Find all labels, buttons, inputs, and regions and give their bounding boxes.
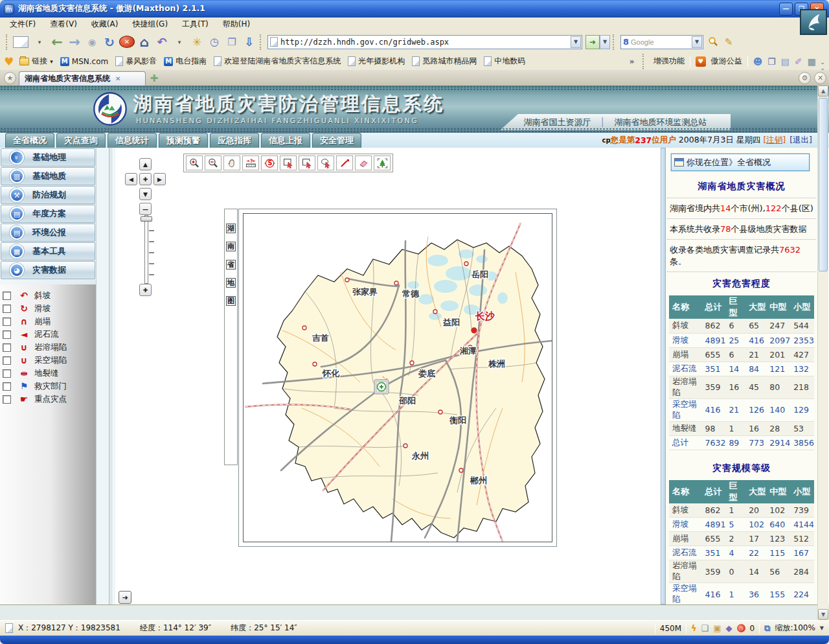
tab-close-icon[interactable]: ✕ bbox=[115, 75, 120, 82]
search-engine-dropdown-icon[interactable]: ▼ bbox=[692, 36, 702, 48]
map-layer-strip[interactable]: 湖南省地图 bbox=[224, 209, 238, 465]
zoom-in-step-button[interactable]: ✚ bbox=[139, 284, 152, 296]
download-icon[interactable]: ⇩ bbox=[242, 33, 257, 51]
forward-icon[interactable]: → bbox=[67, 33, 82, 51]
tab-active[interactable]: 湖南省地质灾害信息系统 ✕ bbox=[19, 71, 146, 86]
scroll-up-icon[interactable]: ▲ bbox=[818, 86, 828, 97]
layer-checkbox-5[interactable] bbox=[3, 356, 11, 365]
city-marker-6[interactable] bbox=[313, 362, 317, 366]
new-page-dropdown-icon[interactable]: ▾ bbox=[32, 33, 47, 51]
scrollbar-thumb[interactable] bbox=[819, 98, 828, 271]
go-button[interactable]: ➜ bbox=[585, 35, 600, 49]
city-marker-5[interactable] bbox=[302, 326, 306, 330]
menu-item-1[interactable]: 查看(V) bbox=[43, 17, 84, 31]
new-session-icon[interactable]: ▣ bbox=[713, 623, 721, 633]
toolbar-grip[interactable] bbox=[6, 34, 9, 50]
banner-link-1[interactable]: 湖南省地质环境监测总站 bbox=[614, 117, 707, 128]
inner-scrollbar[interactable] bbox=[661, 148, 666, 604]
search-input[interactable] bbox=[631, 38, 692, 46]
page-scrollbar[interactable]: ▲ ▼ bbox=[817, 86, 828, 620]
map-canvas[interactable]: 张家界常德岳阳益阳长沙吉首怀化娄底湘潭株洲邵阳衡阳永州郴州 bbox=[243, 213, 552, 542]
content-filter-icon[interactable]: ◆ bbox=[726, 623, 732, 633]
resize-page-icon[interactable]: ⧉ bbox=[764, 623, 770, 634]
banner-link-0[interactable]: 湖南省国土资源厅 bbox=[524, 117, 591, 128]
layer-checkbox-1[interactable] bbox=[3, 305, 11, 313]
bookmark-item-2[interactable]: 暴风影音 bbox=[115, 56, 157, 67]
menu-item-2[interactable]: 收藏(A) bbox=[84, 17, 126, 31]
hunan-map[interactable]: 张家界常德岳阳益阳长沙吉首怀化娄底湘潭株洲邵阳衡阳永州郴州 bbox=[244, 214, 552, 542]
undo-dropdown-icon[interactable]: ▾ bbox=[172, 33, 187, 51]
nav-tab-3[interactable]: 预测预警 bbox=[159, 133, 208, 148]
boost-lightning-icon[interactable]: ϟ bbox=[691, 623, 697, 633]
toolbar-grip2[interactable] bbox=[260, 34, 263, 50]
home-icon[interactable]: ⌂ bbox=[137, 33, 152, 51]
pan-tool-icon[interactable] bbox=[223, 155, 240, 170]
measure-distance-tool-icon[interactable]: ? bbox=[242, 155, 259, 170]
popup-filter-icon[interactable]: ❑ bbox=[701, 623, 709, 633]
highlight-icon[interactable]: ✎ bbox=[721, 33, 736, 51]
favorites-heart-icon[interactable]: ♥ bbox=[4, 55, 14, 68]
layer-checkbox-6[interactable] bbox=[3, 369, 11, 378]
city-marker-4[interactable] bbox=[471, 328, 477, 333]
sidebar-section-2[interactable]: ⚒防治规划 bbox=[1, 186, 95, 204]
url-dropdown-icon[interactable]: ▼ bbox=[571, 36, 581, 48]
city-marker-12[interactable] bbox=[403, 444, 407, 448]
messenger-icon[interactable]: ☻ bbox=[753, 56, 763, 67]
sidebar-section-4[interactable]: ▤环境公报 bbox=[1, 224, 95, 242]
pan-up-button[interactable]: ▲ bbox=[139, 158, 152, 170]
layer-checkbox-2[interactable] bbox=[3, 317, 11, 326]
pan-left-button[interactable]: ◀ bbox=[125, 173, 137, 185]
zoom-out-tool-icon[interactable] bbox=[205, 155, 221, 170]
back-icon[interactable]: ← bbox=[49, 33, 65, 51]
exit-link[interactable]: [退出] bbox=[789, 135, 812, 146]
bookmark-item-1[interactable]: MMSN.com bbox=[60, 57, 108, 66]
city-marker-11[interactable] bbox=[438, 410, 442, 414]
bookmark-item-6[interactable]: 觅路城市精品网 bbox=[412, 56, 477, 67]
pan-center-button[interactable]: ✚ bbox=[139, 173, 152, 185]
nav-tab-6[interactable]: 安全管理 bbox=[312, 133, 361, 148]
zoom-slider-handle[interactable] bbox=[141, 216, 152, 222]
plugins-icon[interactable]: ▦ bbox=[808, 56, 816, 67]
bookmark-item-7[interactable]: 中地数码 bbox=[484, 56, 525, 67]
city-marker-1[interactable] bbox=[394, 281, 398, 285]
history-dropdown-icon[interactable]: ◉ bbox=[84, 33, 100, 51]
draw-line-tool-icon[interactable] bbox=[336, 155, 353, 170]
city-marker-13[interactable] bbox=[459, 468, 463, 472]
logout-link[interactable]: [注销] bbox=[763, 135, 786, 146]
layer-checkbox-0[interactable] bbox=[3, 292, 11, 300]
magic-wand-icon[interactable]: ✳ bbox=[189, 33, 205, 51]
window-icon[interactable]: ❐ bbox=[767, 56, 776, 67]
zoom-dropdown-icon[interactable]: ▼ bbox=[820, 625, 824, 631]
stop-icon[interactable]: ✕ bbox=[119, 36, 135, 48]
nav-tab-5[interactable]: 信息上报 bbox=[261, 133, 310, 148]
collapse-chevron-icon[interactable]: ⌄⌄ bbox=[818, 60, 827, 74]
wrench-settings-icon[interactable]: ⚙ bbox=[799, 72, 811, 84]
toolbar-grip3[interactable] bbox=[613, 34, 616, 50]
layer-checkbox-3[interactable] bbox=[3, 330, 11, 339]
layer-checkbox-7[interactable] bbox=[3, 382, 11, 391]
window-capture-icon[interactable]: ❐ bbox=[224, 33, 240, 51]
pan-right-button[interactable]: ▶ bbox=[153, 173, 166, 185]
nav-tab-4[interactable]: 应急指挥 bbox=[210, 133, 259, 148]
pen-cup-icon[interactable]: ✐ bbox=[795, 56, 802, 67]
city-marker-7[interactable] bbox=[410, 361, 414, 365]
scale-tool-icon[interactable]: S bbox=[261, 155, 278, 170]
nav-tab-1[interactable]: 灾点查询 bbox=[56, 133, 106, 148]
sidebar-section-6[interactable]: ◕灾害数据 bbox=[1, 261, 95, 279]
eraser-tool-icon[interactable] bbox=[355, 155, 372, 170]
panel-expand-icon[interactable]: ➜ bbox=[119, 591, 131, 604]
charity-link[interactable]: 傲游公益 bbox=[711, 56, 742, 67]
city-marker-3[interactable] bbox=[433, 310, 437, 314]
bookmark-item-4[interactable]: 欢迎登陆湖南省地质灾害信息系统 bbox=[214, 56, 341, 67]
select-circle-tool-icon[interactable] bbox=[317, 155, 334, 170]
pan-down-button[interactable]: ▼ bbox=[139, 188, 152, 200]
clock-icon[interactable]: ◷ bbox=[207, 33, 222, 51]
url-input[interactable] bbox=[280, 38, 571, 47]
undo-icon[interactable]: ↶ bbox=[154, 33, 170, 51]
menu-item-5[interactable]: 帮助(H) bbox=[216, 17, 257, 31]
search-go-icon[interactable] bbox=[705, 33, 721, 51]
layer-checkbox-4[interactable] bbox=[3, 343, 11, 352]
blocked-popup-clock-icon[interactable]: ◷ bbox=[737, 624, 745, 632]
bookmark-item-3[interactable]: M电台指南 bbox=[164, 56, 207, 67]
bookmark-item-0[interactable]: 链接▾ bbox=[19, 56, 53, 67]
